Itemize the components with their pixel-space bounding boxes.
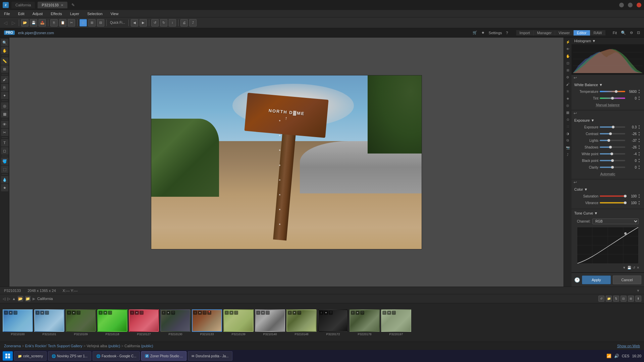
- thumb-loc-icon[interactable]: 📍: [207, 311, 211, 315]
- clarity-slider[interactable]: [600, 167, 625, 168]
- maximize-button[interactable]: [628, 3, 633, 7]
- thumb-info-icon[interactable]: i: [351, 311, 355, 315]
- white-point-thumb[interactable]: [610, 153, 613, 155]
- zoom-tool[interactable]: 🔍: [1, 39, 8, 46]
- thumb-flag-icon[interactable]: ●: [72, 311, 76, 315]
- spot-icon[interactable]: ◎: [565, 102, 571, 108]
- thumbnail-p3210118[interactable]: i ● ♡: [97, 309, 127, 332]
- ruler-tool[interactable]: 📏: [1, 57, 8, 65]
- fit-label[interactable]: Fit: [613, 31, 617, 35]
- clone-tool[interactable]: ⎘: [1, 84, 8, 91]
- thumb-info-icon[interactable]: i: [99, 311, 103, 315]
- effect-tool[interactable]: ★: [1, 184, 8, 191]
- tint-stepper[interactable]: ▲▼: [638, 96, 641, 101]
- thumb-flag-icon[interactable]: ●: [198, 311, 202, 315]
- nav-forward-icon[interactable]: ▷: [7, 297, 10, 301]
- thumbnail-p3220172[interactable]: i ● ♡: [318, 309, 348, 332]
- list-item[interactable]: i ● ♡ 📍 P3210133: [192, 309, 222, 336]
- thumb-info-icon[interactable]: i: [36, 311, 40, 315]
- flip-button[interactable]: ↕: [169, 19, 176, 26]
- thumbnail-p3210101[interactable]: i ● ♡: [34, 309, 64, 332]
- thumb-info-icon[interactable]: i: [193, 311, 197, 315]
- cart-icon[interactable]: 🛒: [473, 31, 477, 35]
- gradient-tool[interactable]: ▦: [1, 110, 8, 118]
- thumbnail-p3210109[interactable]: i ● ♡: [66, 309, 96, 332]
- shadows-slider[interactable]: [600, 146, 625, 148]
- zoom-in-icon[interactable]: 🔍: [621, 31, 626, 35]
- manual-balance-label[interactable]: Manual balance: [574, 102, 641, 108]
- thumbnail-p3210148[interactable]: i ● ♡: [286, 309, 317, 332]
- rotate-right-button[interactable]: ↻: [160, 19, 167, 26]
- thumb-flag-icon[interactable]: ●: [103, 311, 107, 315]
- thumb-info-icon[interactable]: i: [382, 311, 386, 315]
- list-item[interactable]: i ● ♡ P3220172: [318, 309, 348, 336]
- temperature-thumb[interactable]: [615, 90, 618, 93]
- thumb-info-icon[interactable]: i: [162, 311, 166, 315]
- show-on-web-link[interactable]: Show on Web: [617, 344, 640, 348]
- thumb-heart-icon[interactable]: ♡: [171, 311, 175, 315]
- hand-icon[interactable]: ✋: [565, 53, 571, 59]
- saturation-thumb[interactable]: [624, 195, 627, 197]
- thumbnail-p3220178[interactable]: i ● ♡: [350, 309, 380, 332]
- help-button[interactable]: ?: [506, 31, 508, 35]
- tab-california[interactable]: California: [11, 2, 35, 8]
- contrast-thumb[interactable]: [609, 132, 612, 135]
- black-point-slider[interactable]: [600, 160, 625, 161]
- thumb-heart-icon[interactable]: ♡: [360, 311, 364, 315]
- edit-icon[interactable]: ✎: [71, 3, 75, 7]
- canvas-area[interactable]: NORTH D▓ME ↑: [9, 38, 564, 287]
- network-icon[interactable]: 📶: [606, 354, 611, 358]
- thumb-flag-icon[interactable]: ●: [40, 311, 44, 315]
- thumb-heart-icon[interactable]: ♡: [108, 311, 112, 315]
- thumb-flag-icon[interactable]: ●: [261, 311, 265, 315]
- copy-button[interactable]: ⎘: [50, 19, 58, 26]
- save-button[interactable]: 💾: [30, 19, 37, 26]
- wb-undo-icon[interactable]: ↩: [574, 75, 577, 80]
- thumb-flag-icon[interactable]: ●: [387, 311, 391, 315]
- exp-undo-icon[interactable]: ↩: [574, 111, 577, 116]
- exposure-stepper[interactable]: ▲▼: [638, 124, 641, 130]
- next-photo-button[interactable]: ▶: [140, 19, 147, 26]
- eye-icon[interactable]: 👁: [565, 46, 571, 52]
- view-compare-button[interactable]: ⊞: [88, 19, 96, 26]
- nav-up-icon[interactable]: ▲: [12, 297, 16, 301]
- white-point-stepper[interactable]: ▲▼: [638, 151, 641, 157]
- thumb-flag-icon[interactable]: ●: [166, 311, 170, 315]
- list-item[interactable]: i ● ♡ P3210130: [160, 309, 191, 336]
- star-icon[interactable]: ★: [481, 31, 485, 35]
- prev-photo-button[interactable]: ◀: [131, 19, 138, 26]
- thumbnail-p3210127[interactable]: i ● ♡: [129, 309, 159, 332]
- thumb-flag-icon[interactable]: ●: [229, 311, 233, 315]
- thumb-heart-icon[interactable]: ♡: [13, 311, 17, 315]
- taskbar-mail[interactable]: ✉ Doručená pošta - Ja...: [188, 351, 232, 361]
- open-file-button[interactable]: 📂: [21, 19, 29, 26]
- view-grid-button[interactable]: ⊟: [97, 19, 104, 26]
- rotate-left-button[interactable]: ↺: [151, 19, 159, 26]
- list-item[interactable]: i ● ♡ P3210140: [255, 309, 285, 336]
- taskbar-browser1[interactable]: 🌐 Novinky ZPS ver 1...: [48, 351, 91, 361]
- exposure-slider[interactable]: [600, 126, 625, 128]
- channel-select[interactable]: RGB Red Green Blue: [592, 219, 639, 224]
- crop-tool[interactable]: ✂: [1, 129, 8, 136]
- new-folder-button[interactable]: 📁: [606, 296, 612, 302]
- view-single-button[interactable]: □: [79, 19, 87, 26]
- vibrance-stepper[interactable]: ▲▼: [638, 200, 641, 205]
- sort-button[interactable]: ⇅: [613, 296, 619, 302]
- menu-adjust[interactable]: Adjust: [31, 11, 44, 16]
- vibrance-thumb[interactable]: [624, 201, 627, 204]
- language-label[interactable]: CES: [622, 354, 630, 358]
- thumbnail-p3210100[interactable]: i ● ♡: [3, 309, 33, 332]
- red-eye-tool[interactable]: 👁: [1, 121, 8, 128]
- contrast-slider[interactable]: [600, 133, 625, 134]
- minimize-button[interactable]: [619, 3, 624, 7]
- thumbnail-p3210130[interactable]: i ● ♡: [160, 309, 191, 332]
- nav-back-icon[interactable]: ◁: [3, 297, 5, 301]
- tint-slider[interactable]: [600, 98, 625, 99]
- temperature-slider[interactable]: [600, 91, 625, 92]
- apply-button[interactable]: Apply: [582, 276, 611, 284]
- tab-raw[interactable]: RAW: [590, 30, 605, 36]
- list-item[interactable]: i ● ♡ P3210118: [97, 309, 127, 336]
- redo-button[interactable]: ▷: [10, 19, 17, 26]
- automatic-label[interactable]: Automatic: [574, 171, 641, 177]
- thumb-info-icon[interactable]: i: [319, 311, 323, 315]
